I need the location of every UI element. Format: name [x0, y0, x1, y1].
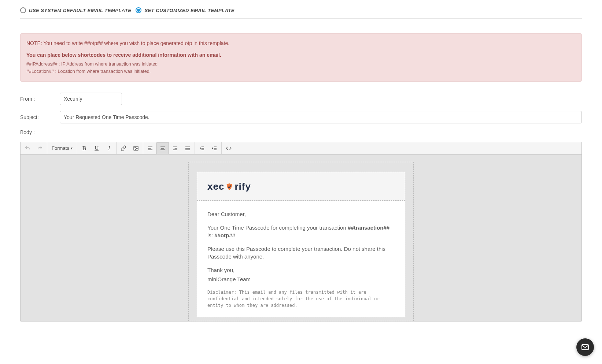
- chevron-down-icon: ▾: [71, 146, 73, 150]
- outdent-button[interactable]: [196, 142, 208, 154]
- email-thanks: Thank you,: [207, 266, 395, 274]
- body-label: Body :: [20, 129, 582, 135]
- radio-label: SET CUSTOMIZED EMAIL TEMPLATE: [144, 8, 234, 13]
- subject-input[interactable]: [60, 111, 582, 123]
- undo-icon: [25, 145, 30, 151]
- editor-canvas[interactable]: xec rify Dear Customer, Your One Time Pa…: [21, 155, 581, 321]
- align-left-button[interactable]: [144, 142, 156, 154]
- note-shortcode-ip: ##IPAddress## : IP Address from where tr…: [26, 62, 576, 67]
- image-button[interactable]: [130, 142, 142, 154]
- redo-icon: [37, 145, 43, 151]
- rich-text-editor: Formats ▾ B U I: [20, 142, 582, 322]
- radio-set-custom[interactable]: SET CUSTOMIZED EMAIL TEMPLATE: [136, 7, 234, 13]
- align-left-icon: [147, 145, 153, 151]
- email-header: xec rify: [197, 172, 405, 201]
- subject-label: Subject:: [20, 114, 60, 120]
- bold-button[interactable]: B: [78, 142, 91, 154]
- underline-button[interactable]: U: [91, 142, 103, 154]
- link-button[interactable]: [117, 142, 130, 154]
- bold-icon: B: [82, 145, 86, 152]
- shield-icon: [225, 183, 233, 191]
- note-shortcode-location: ##Location## : Location from where trans…: [26, 69, 576, 74]
- from-label: From :: [20, 96, 60, 102]
- italic-icon: I: [108, 145, 110, 152]
- svg-point-1: [134, 147, 135, 148]
- note-box: NOTE: You need to write ##otp## where yo…: [20, 33, 582, 82]
- image-icon: [133, 145, 139, 151]
- indent-icon: [211, 145, 217, 151]
- from-input[interactable]: [60, 93, 122, 105]
- align-center-button[interactable]: [156, 142, 169, 154]
- email-team: miniOrange Team: [207, 275, 395, 283]
- undo-button[interactable]: [21, 142, 34, 154]
- radio-icon: [136, 7, 141, 13]
- email-disclaimer: Disclaimer: This email and any files tra…: [207, 289, 395, 309]
- radio-use-default[interactable]: USE SYSTEM DEFAULT EMAIL TEMPLATE: [20, 7, 131, 13]
- indent-button[interactable]: [208, 142, 221, 154]
- align-justify-icon: [185, 145, 191, 151]
- align-justify-button[interactable]: [181, 142, 194, 154]
- email-greeting: Dear Customer,: [207, 210, 395, 218]
- note-intro: You can place below shortcodes to receiv…: [26, 52, 576, 58]
- formats-dropdown[interactable]: Formats ▾: [48, 142, 76, 154]
- italic-button[interactable]: I: [103, 142, 115, 154]
- redo-button[interactable]: [34, 142, 46, 154]
- formats-label: Formats: [52, 145, 69, 151]
- email-instruction: Please use this Passcode to complete you…: [207, 245, 395, 260]
- radio-label: USE SYSTEM DEFAULT EMAIL TEMPLATE: [29, 8, 131, 13]
- underline-icon: U: [95, 145, 99, 151]
- outdent-icon: [199, 145, 205, 151]
- email-otp-line: Your One Time Passcode for completing yo…: [207, 224, 395, 239]
- radio-icon: [20, 7, 26, 13]
- editor-toolbar: Formats ▾ B U I: [21, 142, 581, 155]
- template-choice-group: USE SYSTEM DEFAULT EMAIL TEMPLATE SET CU…: [20, 7, 582, 13]
- divider: [20, 18, 582, 19]
- align-right-icon: [172, 145, 178, 151]
- source-code-button[interactable]: [222, 142, 235, 154]
- link-icon: [121, 145, 126, 151]
- note-line-1: NOTE: You need to write ##otp## where yo…: [26, 40, 576, 46]
- code-icon: [226, 145, 232, 151]
- align-right-button[interactable]: [169, 142, 181, 154]
- align-center-icon: [160, 145, 166, 151]
- xecurify-logo: xec rify: [207, 181, 251, 192]
- email-body: Dear Customer, Your One Time Passcode fo…: [197, 201, 405, 317]
